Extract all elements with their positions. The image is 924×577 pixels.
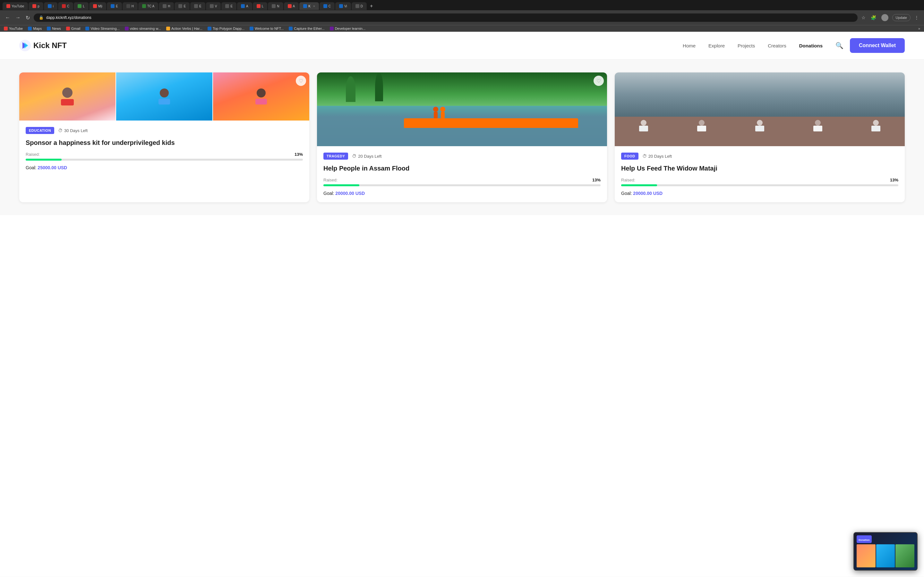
- tab-2[interactable]: p: [29, 2, 43, 10]
- new-tab-button[interactable]: +: [367, 2, 375, 10]
- menu-button[interactable]: ⋮: [913, 14, 920, 21]
- forward-button[interactable]: →: [14, 13, 22, 22]
- video1-favicon: [86, 27, 89, 31]
- tab-1[interactable]: YouTube: [3, 2, 28, 10]
- address-bar[interactable]: 🔒: [34, 13, 858, 22]
- back-button[interactable]: ←: [4, 13, 11, 22]
- card-image-3: ♡: [213, 73, 309, 121]
- tab-13[interactable]: V: [206, 2, 221, 10]
- logo-icon: [19, 40, 31, 51]
- card-flood-image: ♡: [317, 73, 607, 146]
- card-tragedy: ♡ TRAGEDY ⏱ 20 Days Left Help People in …: [317, 73, 607, 202]
- bookmark-action-verbs[interactable]: Action Verbs | Har...: [166, 27, 202, 31]
- nav-links: Home Explore Projects Creators Donations: [683, 43, 822, 48]
- card-food-meta: FOOD ⏱ 20 Days Left: [621, 153, 898, 160]
- tab-3[interactable]: i: [44, 2, 57, 10]
- youtube-favicon: [4, 27, 8, 31]
- bookmark-video2[interactable]: video streaming w...: [125, 27, 161, 31]
- tab-11[interactable]: E: [174, 2, 190, 10]
- tab-10[interactable]: H: [159, 2, 174, 10]
- logo[interactable]: Kick NFT: [19, 40, 67, 51]
- bookmark-youtube-label: YouTube: [9, 27, 23, 31]
- corner-thumbnail[interactable]: Donation: [853, 532, 918, 571]
- card-title-2: Help People in Assam Flood: [323, 164, 601, 172]
- tab-5[interactable]: L: [74, 2, 89, 10]
- url-input[interactable]: [46, 15, 853, 20]
- raised-row-1: Raised: 13%: [26, 152, 303, 157]
- tab-22[interactable]: D: [352, 2, 367, 10]
- tab-9[interactable]: TC A: [138, 2, 158, 10]
- bookmark-video1[interactable]: Video Streaming...: [86, 27, 120, 31]
- progress-bar-1: [26, 159, 303, 161]
- nft-favicon: [250, 27, 254, 31]
- connect-wallet-button[interactable]: Connect Wallet: [850, 38, 905, 53]
- goal-amount-1: 25000.00 USD: [37, 165, 67, 170]
- nav-home[interactable]: Home: [683, 43, 696, 48]
- category-badge-education: EDUCATION: [26, 127, 54, 134]
- tab-15[interactable]: A: [237, 2, 252, 10]
- logo-text: Kick NFT: [33, 41, 67, 50]
- category-badge-tragedy: TRAGEDY: [323, 153, 348, 160]
- tab-6[interactable]: M|i: [89, 2, 106, 10]
- navigation: Kick NFT Home Explore Projects Creators …: [0, 32, 924, 60]
- progress-fill-3: [621, 184, 657, 186]
- star-button[interactable]: ☆: [860, 14, 867, 21]
- card-food: FOOD ⏱ 20 Days Left Help Us Feed The Wid…: [615, 73, 905, 202]
- extensions-button[interactable]: 🧩: [869, 14, 877, 21]
- browser-toolbar: ← → ↻ 🔒 ☆ 🧩 Update ⋮: [0, 10, 924, 25]
- bookmark-news[interactable]: News: [47, 27, 61, 31]
- bookmarks-more[interactable]: »: [918, 27, 920, 31]
- goal-amount-3: 20000.00 USD: [633, 191, 662, 196]
- video2-favicon: [125, 27, 129, 31]
- goal-row-1: Goal: 25000.00 USD: [26, 165, 303, 170]
- days-left-text-1: 30 Days Left: [64, 128, 87, 133]
- bookmark-nft[interactable]: Welcome to NFT...: [250, 27, 284, 31]
- tab-7[interactable]: E: [107, 2, 122, 10]
- nav-creators[interactable]: Creators: [768, 43, 787, 48]
- lock-icon: 🔒: [39, 15, 44, 20]
- bookmark-polygon[interactable]: Top Polygon Dapp...: [208, 27, 244, 31]
- tab-21[interactable]: Vi: [335, 2, 351, 10]
- goal-label-3: Goal:: [621, 191, 632, 196]
- tab-19-active[interactable]: K×: [299, 2, 319, 10]
- goal-row-3: Goal: 20000.00 USD: [621, 191, 898, 196]
- news-favicon: [47, 27, 51, 31]
- tab-17[interactable]: N: [268, 2, 283, 10]
- tab-14[interactable]: E: [221, 2, 236, 10]
- nav-projects[interactable]: Projects: [738, 43, 755, 48]
- tab-18[interactable]: A: [284, 2, 299, 10]
- reload-button[interactable]: ↻: [24, 13, 31, 22]
- developer-favicon: [330, 27, 334, 31]
- website: Kick NFT Home Explore Projects Creators …: [0, 32, 924, 577]
- tab-4[interactable]: C: [58, 2, 73, 10]
- heart-button-1[interactable]: ♡: [296, 76, 306, 86]
- progress-fill-1: [26, 159, 61, 161]
- bookmark-maps-label: Maps: [33, 27, 42, 31]
- bookmark-gmail[interactable]: Gmail: [66, 27, 81, 31]
- nav-explore[interactable]: Explore: [708, 43, 725, 48]
- search-icon[interactable]: 🔍: [835, 42, 843, 49]
- raised-pct-1: 13%: [294, 152, 303, 157]
- bookmarks-bar: YouTube Maps News Gmail Video Streaming.…: [0, 25, 924, 32]
- profile-button[interactable]: [880, 13, 890, 23]
- raised-pct-2: 13%: [592, 177, 601, 182]
- goal-row-2: Goal: 20000.00 USD: [323, 191, 601, 196]
- card-education-images: ♡: [19, 73, 309, 121]
- bookmark-gmail-label: Gmail: [71, 27, 81, 31]
- bookmark-youtube[interactable]: YouTube: [4, 27, 23, 31]
- update-button[interactable]: Update: [892, 14, 911, 21]
- heart-button-2[interactable]: ♡: [594, 76, 604, 86]
- tab-12[interactable]: E: [190, 2, 205, 10]
- nav-donations[interactable]: Donations: [799, 43, 822, 48]
- card-education: ♡ EDUCATION ⏱ 30 Days Left Sponsor a hap…: [19, 73, 309, 202]
- tab-20[interactable]: C: [320, 2, 334, 10]
- bookmark-capture[interactable]: Capture the Ether...: [289, 27, 325, 31]
- bookmark-developer[interactable]: Developer learnin...: [330, 27, 365, 31]
- bookmark-maps[interactable]: Maps: [28, 27, 42, 31]
- card-education-meta: EDUCATION ⏱ 30 Days Left: [26, 127, 303, 134]
- raised-label-1: Raised:: [26, 152, 40, 157]
- tab-16[interactable]: L: [253, 2, 268, 10]
- card-tragedy-meta: TRAGEDY ⏱ 20 Days Left: [323, 153, 601, 160]
- tab-8[interactable]: H: [123, 2, 137, 10]
- bookmark-developer-label: Developer learnin...: [335, 27, 365, 31]
